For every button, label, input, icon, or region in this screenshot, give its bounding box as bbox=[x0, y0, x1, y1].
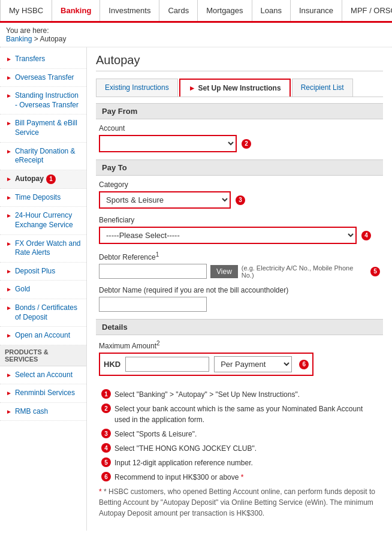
breadcrumb: You are here: Banking > Autopay bbox=[0, 23, 392, 47]
category-label: Category bbox=[99, 180, 380, 189]
sidebar-item-time-deposits[interactable]: ► Time Deposits bbox=[0, 189, 86, 207]
account-select[interactable] bbox=[99, 135, 237, 152]
sidebar-item-select-account[interactable]: ► Select an Account bbox=[0, 366, 86, 385]
nav-insurance[interactable]: Insurance bbox=[291, 0, 342, 21]
sidebar: ► Transfers ► Overseas Transfer ► Standi… bbox=[0, 47, 87, 531]
breadcrumb-current: Autopay bbox=[40, 35, 66, 43]
category-form-group: Category Sports & Leisure 3 bbox=[96, 180, 383, 209]
sidebar-item-fx-order[interactable]: ► FX Order Watch and Rate Alerts bbox=[0, 235, 86, 263]
instruction-item-4: 4 Select "THE HONG KONG JOCKEY CLUB". bbox=[99, 443, 380, 454]
sidebar-item-autopay[interactable]: ► Autopay 1 bbox=[0, 170, 86, 189]
content-area: Autopay Existing Instructions ►Set Up Ne… bbox=[87, 47, 392, 531]
instruction-item-6: 6 Recommend to input HK$300 or above * bbox=[99, 472, 380, 483]
view-button[interactable]: View bbox=[210, 265, 238, 278]
arrow-icon: ► bbox=[6, 389, 12, 397]
details-section-header: Details bbox=[96, 319, 383, 335]
arrow-icon: ► bbox=[6, 408, 12, 415]
nav-mpf[interactable]: MPF / ORSO bbox=[342, 0, 392, 21]
breadcrumb-separator: > bbox=[32, 35, 40, 43]
pay-to-section-header: Pay To bbox=[96, 159, 383, 176]
top-navigation: My HSBC Banking Investments Cards Mortga… bbox=[0, 0, 392, 23]
step-circle-4: 4 bbox=[101, 443, 111, 453]
step-circle-1: 1 bbox=[101, 389, 111, 399]
amount-input[interactable] bbox=[125, 357, 209, 372]
arrow-icon: ► bbox=[6, 119, 12, 127]
beneficiary-form-group: Beneficiary -----Please Select----- 4 bbox=[96, 216, 383, 244]
instructions-section: 1 Select "Banking" > "Autopay" > "Set Up… bbox=[96, 383, 383, 525]
tabs-container: Existing Instructions ►Set Up New Instru… bbox=[96, 79, 383, 97]
per-payment-select[interactable]: Per Payment bbox=[214, 356, 292, 372]
products-services-label: PRODUCTS & SERVICES bbox=[0, 345, 86, 366]
arrow-icon: ► bbox=[6, 194, 12, 201]
arrow-icon: ► bbox=[6, 55, 12, 63]
arrow-icon: ► bbox=[6, 240, 12, 248]
arrow-icon: ► bbox=[6, 304, 12, 312]
debtor-ref-input[interactable] bbox=[99, 264, 207, 279]
main-layout: ► Transfers ► Overseas Transfer ► Standi… bbox=[0, 47, 392, 531]
currency-label: HKD bbox=[104, 360, 120, 369]
sidebar-item-open-account[interactable]: ► Open an Account bbox=[0, 327, 86, 345]
sidebar-item-gold[interactable]: ► Gold bbox=[0, 281, 86, 299]
instruction-item-1: 1 Select "Banking" > "Autopay" > "Set Up… bbox=[99, 389, 380, 400]
step-circle-6: 6 bbox=[101, 472, 111, 481]
arrow-icon: ► bbox=[6, 267, 12, 275]
debtor-hint: (e.g. Electricity A/C No., Mobile Phone … bbox=[242, 264, 364, 279]
tab-arrow-icon: ► bbox=[189, 84, 196, 92]
pay-from-section-header: Pay From bbox=[96, 103, 383, 119]
step-2-badge: 2 bbox=[242, 139, 251, 149]
sidebar-item-bill-payment[interactable]: ► Bill Payment & eBill Service bbox=[0, 115, 86, 142]
arrow-icon: ► bbox=[6, 74, 12, 82]
arrow-icon: ► bbox=[6, 92, 12, 100]
sidebar-item-overseas-transfer[interactable]: ► Overseas Transfer bbox=[0, 69, 86, 88]
breadcrumb-banking[interactable]: Banking bbox=[6, 35, 32, 43]
sidebar-item-24hr-currency[interactable]: ► 24-Hour Currency Exchange Service bbox=[0, 207, 86, 234]
max-amount-form-group: Maximum Amount2 HKD Per Payment 6 bbox=[96, 340, 383, 376]
breadcrumb-you-are-here: You are here: bbox=[6, 26, 49, 35]
instruction-note: * * HSBC customers, who opened Betting A… bbox=[99, 486, 380, 519]
tab-set-up-new-instructions[interactable]: ►Set Up New Instructions bbox=[179, 79, 291, 97]
instruction-item-3: 3 Select "Sports & Leisure". bbox=[99, 429, 380, 439]
instruction-item-2: 2 Select your bank account which is the … bbox=[99, 404, 380, 425]
beneficiary-select[interactable]: -----Please Select----- bbox=[99, 227, 357, 244]
max-amount-label: Maximum Amount2 bbox=[99, 340, 380, 350]
arrow-icon: ► bbox=[6, 371, 12, 379]
nav-investments[interactable]: Investments bbox=[100, 0, 159, 21]
account-label: Account bbox=[99, 124, 380, 133]
step-circle-3: 3 bbox=[101, 429, 111, 438]
arrow-icon: ► bbox=[6, 212, 12, 219]
sidebar-item-rmb-cash[interactable]: ► RMB cash bbox=[0, 403, 86, 421]
nav-mortgages[interactable]: Mortgages bbox=[198, 0, 252, 21]
arrow-icon: ► bbox=[6, 332, 12, 339]
tab-recipient-list[interactable]: Recipient List bbox=[292, 79, 353, 97]
sidebar-item-charity[interactable]: ► Charity Donation & eReceipt bbox=[0, 143, 86, 170]
account-form-group: Account 2 bbox=[96, 124, 383, 152]
step-6-badge: 6 bbox=[299, 360, 309, 369]
sidebar-item-transfers[interactable]: ► Transfers bbox=[0, 50, 86, 69]
sidebar-item-renminbi[interactable]: ► Renminbi Services bbox=[0, 384, 86, 403]
step-5-badge: 5 bbox=[370, 267, 380, 276]
beneficiary-label: Beneficiary bbox=[99, 216, 380, 224]
arrow-icon: ► bbox=[6, 147, 12, 155]
arrow-icon: ► bbox=[6, 175, 12, 183]
sidebar-item-deposit-plus[interactable]: ► Deposit Plus bbox=[0, 263, 86, 281]
instruction-item-5: 5 Input 12-digit application reference n… bbox=[99, 457, 380, 468]
step-1-badge: 1 bbox=[46, 174, 56, 184]
nav-banking[interactable]: Banking bbox=[52, 0, 100, 21]
category-select[interactable]: Sports & Leisure bbox=[99, 191, 231, 209]
tab-existing-instructions[interactable]: Existing Instructions bbox=[96, 79, 178, 97]
arrow-icon: ► bbox=[6, 285, 12, 293]
debtor-name-form-group: Debtor Name (required if you are not the… bbox=[96, 286, 383, 312]
sidebar-item-standing-instruction[interactable]: ► Standing Instruction - Overseas Transf… bbox=[0, 87, 86, 115]
debtor-name-input[interactable] bbox=[99, 297, 207, 312]
step-circle-2: 2 bbox=[101, 404, 111, 413]
nav-loans[interactable]: Loans bbox=[252, 0, 291, 21]
nav-my-hsbc[interactable]: My HSBC bbox=[0, 0, 52, 21]
debtor-ref-form-group: Debtor Reference1 View (e.g. Electricity… bbox=[96, 251, 383, 279]
nav-cards[interactable]: Cards bbox=[159, 0, 198, 21]
step-4-badge: 4 bbox=[361, 231, 371, 240]
step-3-badge: 3 bbox=[236, 195, 245, 205]
sidebar-item-bonds[interactable]: ► Bonds / Certificates of Deposit bbox=[0, 299, 86, 327]
debtor-ref-label: Debtor Reference1 bbox=[99, 251, 380, 261]
debtor-name-label: Debtor Name (required if you are not the… bbox=[99, 286, 380, 294]
page-title: Autopay bbox=[96, 53, 383, 71]
